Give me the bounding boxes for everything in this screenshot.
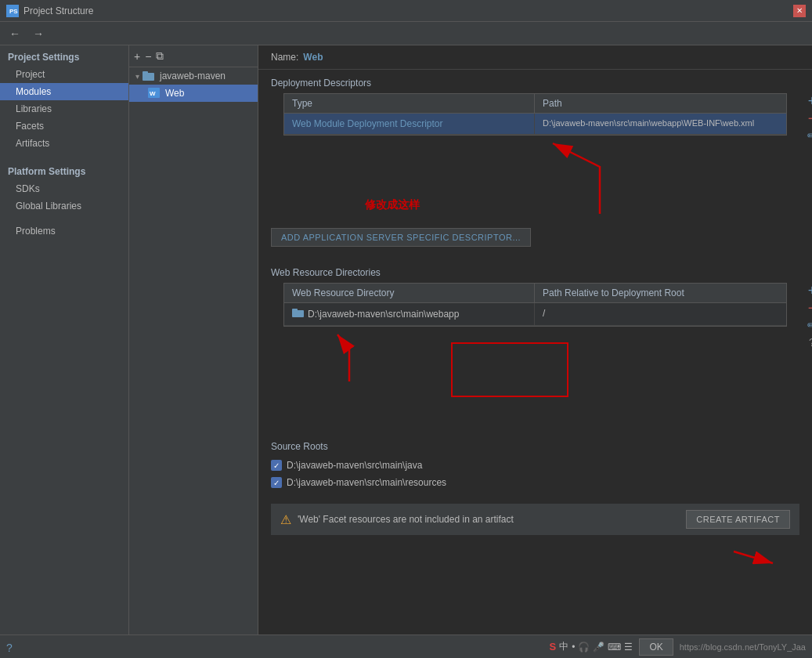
expand-arrow: ▾ xyxy=(135,72,139,81)
warning-left: ⚠ 'Web' Facet resources are not included… xyxy=(280,512,514,527)
table-row[interactable]: Web Module Deployment Descriptor D:\java… xyxy=(284,114,786,135)
ok-button[interactable]: OK xyxy=(639,638,673,656)
wr-remove-button[interactable]: − xyxy=(804,300,812,316)
svg-text:PS: PS xyxy=(9,8,18,15)
sidebar-item-artifacts[interactable]: Artifacts xyxy=(0,135,128,152)
sidebar-item-facets[interactable]: Facets xyxy=(0,118,128,135)
wr-side-buttons: + − ✏ ? xyxy=(804,283,812,350)
source-root-item-1: ✓ D:\javaweb-maven\src\main\java xyxy=(271,457,799,474)
table-header: Type Path xyxy=(284,94,786,114)
wr-help-button[interactable]: ? xyxy=(804,334,812,350)
back-button[interactable]: ← xyxy=(6,26,23,42)
csdn-link: https://blog.csdn.net/TonyLY_Jaa xyxy=(680,642,806,652)
type-cell: Web Module Deployment Descriptor xyxy=(284,114,535,134)
dd-edit-button[interactable]: ✏ xyxy=(804,128,812,143)
add-descriptor-btn-row: ADD APPLICATION SERVER SPECIFIC DESCRIPT… xyxy=(271,228,799,247)
web-dir-cell: D:\javaweb-maven\src\main\webapp xyxy=(284,303,535,325)
svg-rect-8 xyxy=(292,309,298,312)
wr-add-button[interactable]: + xyxy=(804,283,812,298)
sidebar-item-sdks[interactable]: SDKs xyxy=(0,180,128,197)
red-arrow-artifact xyxy=(726,548,789,571)
sidebar-item-modules[interactable]: Modules xyxy=(0,83,128,100)
web-resource-title: Web Resource Directories xyxy=(258,259,812,283)
input-mic-icon: 🎤 xyxy=(593,642,604,653)
web-resource-row[interactable]: D:\javaweb-maven\src\main\webapp / xyxy=(284,303,786,326)
status-bar: ? S 中 • 🎧 🎤 ⌨ ☰ OK https://blog.csdn.net… xyxy=(0,634,812,658)
tree-item-javaweb-maven[interactable]: ▾ javaweb-maven xyxy=(129,67,258,85)
web-resource-section: Web Resource Directories Web Resource Di… xyxy=(258,259,812,421)
deployment-descriptors-title: Deployment Descriptors xyxy=(258,70,812,93)
source-root-path-1: D:\javaweb-maven\src\main\java xyxy=(287,460,422,471)
annotation-text-1: 修改成这样 xyxy=(365,198,420,212)
web-dir-path: D:\javaweb-maven\src\main\webapp xyxy=(308,309,459,320)
svg-rect-3 xyxy=(143,71,148,74)
web-resource-table-header: Web Resource Directory Path Relative to … xyxy=(284,284,786,303)
tree-toolbar: + − ⧉ xyxy=(129,45,258,67)
deployment-table: Type Path Web Module Deployment Descript… xyxy=(283,93,787,136)
red-arrow-webres xyxy=(334,327,490,389)
tree-remove-button[interactable]: − xyxy=(145,50,151,63)
warning-bar: ⚠ 'Web' Facet resources are not included… xyxy=(271,504,799,535)
rel-path-cell: / xyxy=(535,303,786,325)
tree-add-button[interactable]: + xyxy=(134,50,140,63)
title-bar: PS Project Structure ✕ xyxy=(0,0,812,22)
wr-edit-button[interactable]: ✏ xyxy=(804,317,812,333)
input-headset-icon: 🎧 xyxy=(578,642,590,653)
source-root-item-2: ✓ D:\javaweb-maven\src\main\resources xyxy=(271,474,799,491)
name-value: Web xyxy=(303,52,323,63)
source-roots-title: Source Roots xyxy=(271,433,799,457)
input-zh-icon: 中 xyxy=(559,640,568,653)
web-dir-header: Web Resource Directory xyxy=(284,284,535,302)
forward-button[interactable]: → xyxy=(30,26,47,42)
platform-settings-section: Platform Settings xyxy=(0,160,128,180)
project-settings-section: Project Settings xyxy=(0,45,128,66)
tree-copy-button[interactable]: ⧉ xyxy=(156,49,164,63)
dd-add-button[interactable]: + xyxy=(804,93,812,109)
sidebar-item-global-libraries[interactable]: Global Libraries xyxy=(0,197,128,215)
content-header: Name: Web xyxy=(258,45,812,70)
close-button[interactable]: ✕ xyxy=(793,5,806,17)
web-resource-table: Web Resource Directory Path Relative to … xyxy=(283,283,787,327)
web-dir-folder-icon xyxy=(292,308,305,320)
path-cell: D:\javaweb-maven\src\main\webapp\WEB-INF… xyxy=(535,114,786,134)
add-app-server-descriptor-button[interactable]: ADD APPLICATION SERVER SPECIFIC DESCRIPT… xyxy=(271,228,531,247)
help-icon[interactable]: ? xyxy=(6,642,13,654)
sidebar-item-problems[interactable]: Problems xyxy=(0,222,128,240)
warning-icon: ⚠ xyxy=(280,512,291,527)
deployment-descriptors-section: Deployment Descriptors Type Path Web Mod… xyxy=(258,70,812,136)
title-bar-text: Project Structure xyxy=(23,5,793,16)
folder-icon xyxy=(143,70,155,81)
checkbox-2[interactable]: ✓ xyxy=(271,477,282,488)
input-keyboard-icon: ⌨ xyxy=(608,642,621,653)
path-header: Path xyxy=(535,94,786,113)
input-more-icon: ☰ xyxy=(624,642,633,653)
source-roots-section: Source Roots ✓ D:\javaweb-maven\src\main… xyxy=(258,433,812,491)
red-arrow-deployment xyxy=(506,136,662,222)
tree-item-web[interactable]: W Web xyxy=(129,85,258,102)
create-artifact-button[interactable]: CREATE ARTIFACT xyxy=(686,510,790,529)
svg-text:W: W xyxy=(150,90,156,97)
tree-panel: + − ⧉ ▾ javaweb-maven W Web xyxy=(129,45,258,634)
rel-path-header: Path Relative to Deployment Root xyxy=(535,284,786,302)
source-root-path-2: D:\javaweb-maven\src\main\resources xyxy=(287,477,446,488)
checkbox-1[interactable]: ✓ xyxy=(271,460,282,471)
toolbar: ← → xyxy=(0,22,812,45)
tree-item-web-label: Web xyxy=(165,88,184,99)
sidebar-item-project[interactable]: Project xyxy=(0,66,128,83)
name-label: Name: xyxy=(271,52,298,63)
sidebar-item-libraries[interactable]: Libraries xyxy=(0,100,128,118)
title-bar-icon: PS xyxy=(6,5,19,17)
warning-text: 'Web' Facet resources are not included i… xyxy=(298,514,514,525)
dd-side-buttons: + − ✏ xyxy=(804,93,812,143)
dd-remove-button[interactable]: − xyxy=(804,110,812,126)
input-bullet: • xyxy=(572,642,575,653)
web-module-icon: W xyxy=(148,88,161,99)
tree-item-label: javaweb-maven xyxy=(160,70,226,81)
content-area: Name: Web Deployment Descriptors Type Pa… xyxy=(258,45,812,634)
input-method-bar: S 中 • 🎧 🎤 ⌨ ☰ xyxy=(550,640,633,653)
sidebar: Project Settings Project Modules Librari… xyxy=(0,45,129,634)
input-s-icon: S xyxy=(550,641,557,653)
type-header: Type xyxy=(284,94,535,113)
